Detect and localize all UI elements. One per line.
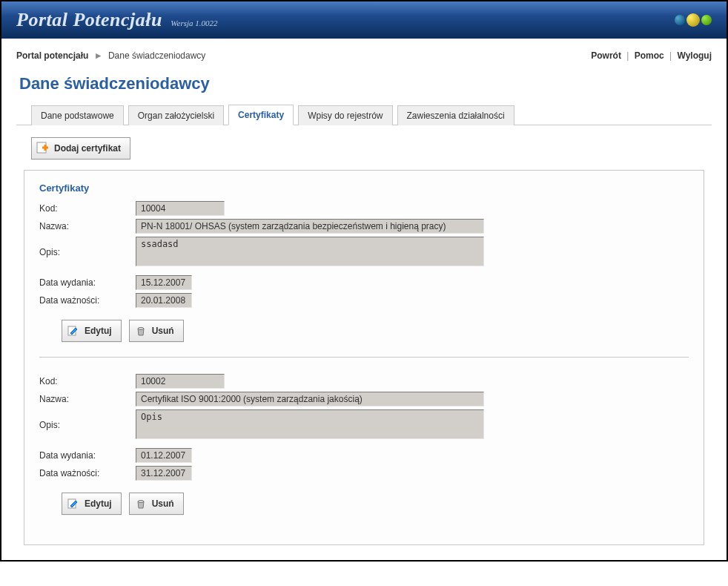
- svg-point-2: [138, 328, 144, 330]
- app-header: Portal Potencjału Wersja 1.0022: [1, 1, 727, 39]
- certificates-panel: Certyfikaty Kod: 10004 Nazwa: PN-N 18001…: [24, 170, 704, 545]
- tabs: Dane podstawowe Organ założycielski Cert…: [16, 104, 712, 125]
- add-certificate-label: Dodaj certyfikat: [54, 143, 121, 154]
- breadcrumb-root[interactable]: Portal potencjału: [16, 50, 88, 61]
- header-decoration: [675, 13, 712, 27]
- label-nazwa: Nazwa:: [39, 219, 136, 231]
- label-kod: Kod:: [39, 201, 136, 214]
- back-link[interactable]: Powrót: [591, 50, 621, 61]
- label-opis: Opis:: [39, 237, 136, 257]
- field-nazwa: PN-N 18001/ OHSAS (system zarządzania be…: [136, 219, 484, 234]
- app-title: Portal Potencjału: [16, 9, 162, 31]
- breadcrumb-separator-icon: ►: [94, 50, 103, 61]
- field-opis: Opis: [136, 409, 484, 439]
- certificate-item: Kod: 10004 Nazwa: PN-N 18001/ OHSAS (sys…: [39, 200, 689, 342]
- tab-wpisy-do-rejestrow[interactable]: Wpisy do rejestrów: [298, 105, 392, 125]
- edit-label: Edytuj: [85, 498, 112, 509]
- label-data-wydania: Data wydania:: [39, 275, 136, 288]
- help-link[interactable]: Pomoc: [635, 50, 664, 61]
- tab-dane-podstawowe[interactable]: Dane podstawowe: [31, 105, 124, 125]
- tab-organ-zalozycielski[interactable]: Organ założycielski: [128, 105, 224, 125]
- breadcrumb-leaf: Dane świadczeniodawcy: [108, 50, 205, 61]
- label-data-waznosci: Data ważności:: [39, 293, 136, 306]
- field-data-wydania: 15.12.2007: [136, 275, 192, 290]
- trash-icon: [134, 497, 148, 510]
- separator: [39, 357, 689, 358]
- add-icon: [36, 142, 50, 155]
- trash-icon: [134, 324, 148, 338]
- app-version: Wersja 1.0022: [171, 19, 217, 27]
- label-kod: Kod:: [39, 374, 136, 386]
- top-links: Powrót | Pomoc | Wyloguj: [591, 50, 712, 61]
- edit-icon: [67, 497, 80, 510]
- svg-point-4: [138, 501, 144, 503]
- field-data-wydania: 01.12.2007: [136, 448, 192, 463]
- edit-button[interactable]: Edytuj: [62, 320, 122, 342]
- delete-button[interactable]: Usuń: [129, 320, 184, 342]
- field-nazwa: Certyfikat ISO 9001:2000 (system zarządz…: [136, 392, 484, 406]
- field-kod: 10004: [136, 201, 225, 216]
- label-opis: Opis:: [39, 409, 136, 430]
- page-title: Dane świadczeniodawcy: [19, 74, 712, 93]
- edit-label: Edytuj: [85, 326, 112, 336]
- delete-label: Usuń: [152, 326, 174, 336]
- dot-icon: [701, 15, 712, 25]
- edit-button[interactable]: Edytuj: [62, 493, 122, 515]
- delete-button[interactable]: Usuń: [129, 493, 184, 515]
- field-opis: ssadasd: [136, 237, 484, 266]
- field-data-waznosci: 20.01.2008: [136, 293, 192, 308]
- field-data-waznosci: 31.12.2007: [136, 466, 192, 481]
- logout-link[interactable]: Wyloguj: [678, 50, 712, 61]
- tab-zawieszenia-dzialalnosci[interactable]: Zawieszenia działalności: [397, 105, 514, 125]
- edit-icon: [67, 324, 80, 338]
- tab-certyfikaty[interactable]: Certyfikaty: [228, 105, 294, 125]
- certificate-item: Kod: 10002 Nazwa: Certyfikat ISO 9001:20…: [39, 372, 689, 515]
- dot-icon: [675, 15, 685, 25]
- panel-title: Certyfikaty: [39, 182, 689, 194]
- field-kod: 10002: [136, 374, 225, 389]
- delete-label: Usuń: [152, 498, 174, 509]
- label-nazwa: Nazwa:: [39, 392, 136, 404]
- label-data-wydania: Data wydania:: [39, 448, 136, 461]
- add-certificate-button[interactable]: Dodaj certyfikat: [31, 137, 130, 159]
- dot-icon: [686, 13, 700, 27]
- breadcrumb: Portal potencjału ► Dane świadczeniodawc…: [16, 50, 205, 61]
- label-data-waznosci: Data ważności:: [39, 466, 136, 478]
